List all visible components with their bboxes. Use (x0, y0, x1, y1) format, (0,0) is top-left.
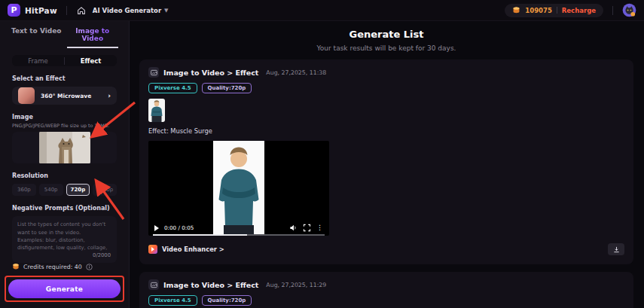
chevron-down-icon[interactable]: ▼ (164, 8, 168, 14)
seek-bar-buffer (153, 234, 247, 236)
video-enhancer-icon (148, 245, 157, 254)
sidebar: Text to Video Image to Video Frame Effec… (0, 21, 130, 308)
video-enhancer-link[interactable]: Video Enhancer > (162, 245, 224, 253)
task-card: Image to Video > Effect Aug, 27,2025, 11… (139, 272, 633, 308)
task-type-label: Image to Video > Effect (163, 281, 258, 289)
resolution-360p[interactable]: 360p (12, 184, 36, 196)
chevron-right-icon: › (108, 92, 111, 99)
task-card: Image to Video > Effect Aug, 27,2025, 11… (139, 59, 633, 264)
model-badge: Pixverse 4.5 (148, 295, 197, 306)
image-upload-preview[interactable] (12, 132, 117, 163)
user-avatar[interactable] (622, 3, 636, 17)
model-badge: Pixverse 4.5 (148, 83, 197, 93)
selected-effect-row[interactable]: 360° Microwave › (12, 87, 117, 105)
tab-image-to-video[interactable]: Image to Video (67, 27, 119, 48)
top-bar: P HitPaw AI Video Generator ▼ 109075 Rec… (0, 0, 644, 21)
page-title: Generate List (139, 29, 633, 40)
info-icon[interactable] (86, 264, 93, 270)
image-label: Image (12, 114, 117, 120)
home-icon[interactable] (76, 5, 87, 16)
task-timestamp: Aug, 27,2025, 11:29 (266, 282, 326, 288)
resolution-options: 360p 540p 720p 1080p (12, 184, 117, 196)
negative-prompts-input[interactable] (17, 221, 111, 252)
volume-icon[interactable] (289, 224, 298, 232)
credits-balance: 109075 (525, 7, 552, 14)
negative-prompts-box: 0/2000 (12, 216, 117, 263)
resolution-1080p[interactable]: 1080p (93, 184, 117, 196)
source-image-thumbnail[interactable] (148, 99, 165, 122)
pill-separator (557, 7, 557, 14)
download-button[interactable] (608, 243, 624, 255)
resolution-label: Resolution (12, 172, 117, 179)
seek-bar[interactable] (153, 234, 325, 236)
quality-badge: Quality:720p (202, 83, 252, 93)
fullscreen-icon[interactable] (303, 224, 311, 232)
task-type-label: Image to Video > Effect (163, 69, 258, 77)
credits-required-row: Credits required: 40 (12, 263, 117, 270)
annotation-box-generate: Generate (5, 276, 124, 302)
effect-name: 360° Microwave (41, 93, 102, 99)
play-button[interactable] (154, 225, 159, 231)
resolution-540p[interactable]: 540p (39, 184, 63, 196)
segment-effect[interactable]: Effect (65, 57, 117, 65)
segment-frame[interactable]: Frame (12, 57, 64, 65)
coin-icon (12, 263, 20, 270)
image-to-video-icon (148, 279, 159, 290)
credits-required-text: Credits required: 40 (23, 264, 82, 270)
image-format-hint: PNG/JPG/JPEG/WEBP file size up to 10MB. (12, 123, 117, 128)
brand-name: HitPaw (25, 6, 57, 15)
negative-prompts-label: Negative Prompts (Optional) (12, 205, 117, 212)
quality-badge: Quality:720p (202, 295, 252, 306)
topbar-divider (66, 6, 67, 15)
credits-pill[interactable]: 109075 Recharge (505, 4, 603, 17)
hitpaw-logo-icon: P (8, 4, 20, 17)
video-player[interactable]: 0:00 / 0:05 ⋮ (148, 141, 329, 236)
effect-used-label: Effect: Muscle Surge (148, 127, 624, 135)
coin-icon (512, 6, 520, 14)
tab-text-to-video[interactable]: Text to Video (11, 27, 63, 48)
player-controls: 0:00 / 0:05 ⋮ (148, 222, 329, 233)
image-to-video-icon (148, 67, 159, 78)
select-effect-label: Select an Effect (12, 75, 117, 82)
playback-time: 0:00 / 0:05 (164, 224, 194, 231)
nav-product-label[interactable]: AI Video Generator (93, 7, 161, 14)
recharge-button[interactable]: Recharge (562, 7, 596, 14)
topbar-divider (612, 6, 613, 15)
player-menu-icon[interactable]: ⋮ (316, 224, 323, 231)
mode-tab-bar: Text to Video Image to Video (0, 21, 129, 48)
generate-list-panel: Generate List Your task results will be … (130, 21, 644, 308)
generate-button[interactable]: Generate (8, 279, 121, 298)
task-timestamp: Aug, 27,2025, 11:38 (266, 69, 326, 76)
retention-note: Your task results will be kept for 30 da… (139, 44, 633, 52)
frame-effect-segmented-control: Frame Effect (12, 55, 117, 66)
effect-thumbnail (18, 87, 35, 104)
char-counter: 0/2000 (93, 252, 111, 258)
resolution-720p[interactable]: 720p (66, 184, 90, 196)
uploaded-cat-image (39, 132, 90, 163)
